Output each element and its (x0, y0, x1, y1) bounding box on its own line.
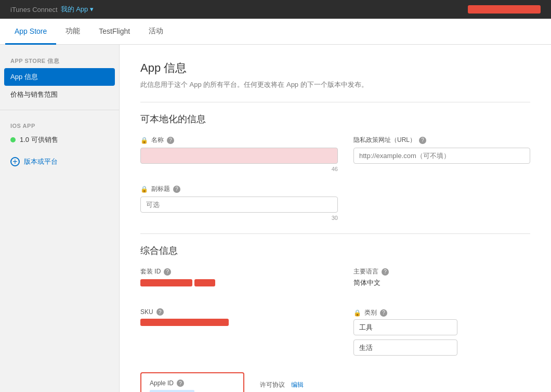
sidebar-ios-section: iOS APP 1.0 可供销售 (0, 116, 119, 151)
main-content: App 信息 此信息用于这个 App 的所有平台。任何更改将在 App 的下一个… (120, 45, 551, 392)
name-help-icon[interactable]: ? (167, 137, 174, 144)
bundle-id-label: 套装 ID ? (140, 267, 338, 276)
sku-help-icon[interactable]: ? (156, 308, 164, 316)
subtitle-lock-icon: 🔒 (140, 186, 148, 193)
category-label: 🔒 类别 ? (353, 308, 457, 317)
edit-license-link[interactable]: 编辑 (291, 381, 304, 389)
category-section: 🔒 类别 ? (353, 308, 457, 360)
sidebar: APP STORE 信息 App 信息 价格与销售范围 iOS APP 1.0 … (0, 45, 120, 392)
license-label: 许可协议 (260, 381, 285, 389)
category-input-1[interactable] (353, 319, 457, 335)
sidebar-item-app-info[interactable]: App 信息 (4, 68, 115, 86)
license-row: 许可协议 编辑 (260, 381, 364, 389)
add-platform-icon: + (10, 157, 20, 166)
name-lock-icon: 🔒 (140, 137, 148, 144)
sku-redacted (140, 319, 229, 326)
apple-id-value: 1177935964 (150, 390, 194, 392)
name-input[interactable] (140, 148, 338, 164)
sidebar-divider (0, 110, 119, 110)
tab-activity[interactable]: 活动 (139, 19, 173, 45)
privacy-url-input[interactable] (353, 148, 530, 164)
tab-app-store[interactable]: App Store (5, 19, 56, 45)
general-section-heading: 综合信息 (140, 244, 530, 257)
primary-language-help-icon[interactable]: ? (382, 268, 389, 276)
license-section: 许可协议 编辑 (260, 372, 364, 389)
page-title: App 信息 (140, 60, 530, 76)
apple-id-box: Apple ID ? 1177935964 (140, 372, 244, 392)
tab-features[interactable]: 功能 (56, 19, 89, 45)
version-dot-icon (10, 137, 16, 142)
main-layout: APP STORE 信息 App 信息 价格与销售范围 iOS APP 1.0 … (0, 45, 551, 392)
my-app-dropdown[interactable]: 我的 App ▾ (61, 5, 94, 14)
privacy-url-help-icon[interactable]: ? (419, 137, 426, 144)
subtitle-label: 🔒 副标题 ? (140, 185, 338, 193)
bundle-id-redacted (140, 279, 338, 286)
primary-language-label: 主要语言 ? (353, 267, 457, 276)
sku-label: SKU ? (140, 308, 338, 316)
primary-language-section: 主要语言 ? 简体中文 (353, 267, 457, 296)
subtitle-char-count: 30 (140, 215, 338, 221)
subtitle-help-icon[interactable]: ? (173, 186, 180, 193)
bundle-id-help-icon[interactable]: ? (164, 268, 171, 276)
section-divider-2 (140, 233, 530, 234)
subtitle-row: 🔒 副标题 ? 30 (140, 185, 530, 221)
apple-id-row: Apple ID ? 1177935964 许可协议 编辑 (140, 372, 530, 392)
app-name-badge (468, 5, 541, 14)
sidebar-ios-title: iOS APP (10, 121, 109, 133)
sku-field: SKU ? (140, 308, 338, 326)
bundle-redact-1 (140, 279, 192, 286)
section-divider-1 (140, 102, 530, 102)
name-field: 🔒 名称 ? 46 (140, 136, 338, 172)
bundle-language-row: 套装 ID ? 主要语言 ? 简体中文 (140, 267, 530, 296)
primary-language-value: 简体中文 (353, 278, 457, 288)
sidebar-item-pricing[interactable]: 价格与销售范围 (0, 86, 119, 103)
tab-testflight[interactable]: TestFlight (89, 19, 139, 45)
localizable-section-heading: 可本地化的信息 (140, 113, 530, 125)
name-privacy-row: 🔒 名称 ? 46 隐私政策网址（URL） ? (140, 136, 530, 172)
page-subtitle: 此信息用于这个 App 的所有平台。任何更改将在 App 的下一个版本中发布。 (140, 80, 530, 89)
sidebar-appstore-section-title: APP STORE 信息 (0, 53, 119, 68)
subtitle-input[interactable] (140, 197, 338, 213)
category-lock-icon: 🔒 (353, 309, 361, 317)
itunes-connect-label: iTunes Connect (10, 6, 58, 14)
sku-category-row: SKU ? 🔒 类别 ? (140, 308, 530, 360)
category-help-icon[interactable]: ? (380, 309, 387, 317)
bundle-id-field: 套装 ID ? (140, 267, 338, 286)
name-char-count: 46 (140, 166, 338, 172)
privacy-url-field: 隐私政策网址（URL） ? (353, 136, 530, 164)
bundle-redact-2 (194, 279, 215, 286)
nav-tabs: App Store 功能 TestFlight 活动 (0, 19, 551, 45)
sidebar-version-item[interactable]: 1.0 可供销售 (10, 133, 109, 147)
top-header: iTunes Connect 我的 App ▾ (0, 0, 551, 19)
add-platform-button[interactable]: + 版本或平台 (0, 151, 119, 173)
apple-id-help-icon[interactable]: ? (177, 380, 184, 387)
subtitle-field: 🔒 副标题 ? 30 (140, 185, 338, 221)
privacy-url-label: 隐私政策网址（URL） ? (353, 136, 530, 145)
category-input-2[interactable] (353, 339, 457, 356)
name-label: 🔒 名称 ? (140, 136, 338, 145)
apple-id-label: Apple ID ? (150, 380, 235, 387)
